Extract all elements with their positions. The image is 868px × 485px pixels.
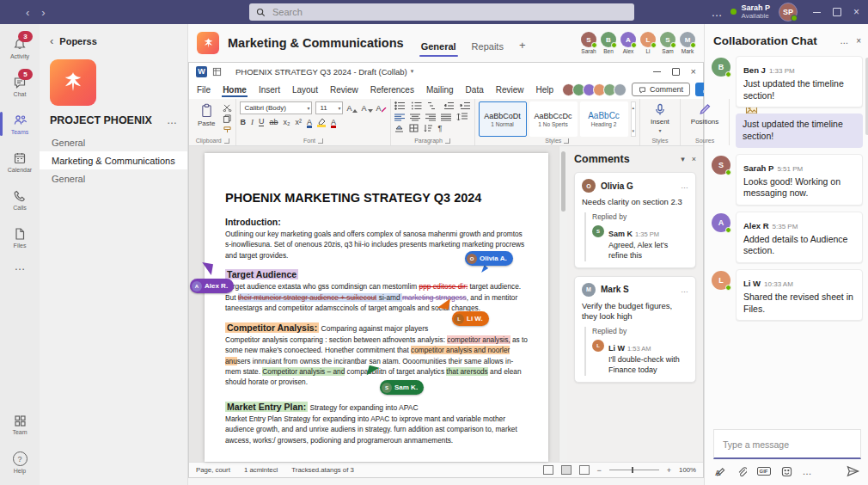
member-sam[interactable]: SSam [660, 32, 675, 54]
menu-review-1[interactable]: Review [329, 82, 359, 98]
member-sarah[interactable]: SSarah [581, 32, 596, 54]
zoom-in-button[interactable]: + [667, 466, 671, 475]
align-right-icon[interactable] [425, 114, 436, 121]
format-painter-icon[interactable] [223, 126, 232, 133]
styles-dialog-launcher[interactable] [564, 138, 569, 144]
bold-icon[interactable]: B [240, 118, 246, 126]
clipboard-dialog-launcher[interactable] [224, 138, 229, 144]
rail-item-chat[interactable]: 5 Chat [0, 67, 40, 105]
rail-item-activity[interactable]: 3 Activity [0, 29, 40, 67]
chat-input[interactable] [721, 439, 857, 451]
team-more-icon[interactable]: … [167, 114, 177, 126]
bullet-list-icon[interactable] [394, 101, 406, 110]
highlight-icon[interactable] [317, 118, 326, 126]
styles-up-icon[interactable]: ▴ [633, 105, 635, 110]
menu-insert[interactable]: Insert [258, 82, 281, 98]
member-alex[interactable]: AAlex [620, 32, 636, 54]
titlebar-more-icon[interactable]: … [711, 6, 722, 19]
style-normal[interactable]: AaBbCoDt 1 Normal [479, 101, 527, 137]
line-spacing-icon[interactable] [456, 113, 468, 121]
comment-button[interactable]: Comment [632, 83, 690, 96]
underline-icon[interactable]: U [259, 117, 265, 126]
outdent-icon[interactable] [443, 101, 455, 110]
channel-item-general-2[interactable]: General [40, 169, 187, 187]
font-color-icon[interactable]: A [307, 118, 312, 126]
styles-down-icon[interactable]: ▾ [633, 128, 635, 133]
minimize-button[interactable] [813, 12, 821, 13]
comment-card[interactable]: M Mark S … Verify the budget figures, th… [574, 276, 696, 383]
word-close-button[interactable]: × [691, 66, 696, 77]
rail-item-calendar[interactable]: Calendar [0, 143, 40, 181]
numbered-list-icon[interactable] [411, 101, 422, 110]
format-icon[interactable]: A [715, 466, 726, 477]
maximize-button[interactable] [833, 8, 841, 16]
multilevel-list-icon[interactable] [427, 101, 438, 110]
tab-general[interactable]: General [419, 29, 458, 62]
rail-item-team-apps[interactable]: Team [0, 406, 40, 444]
chat-message[interactable]: A Alex R5:35 PM Added details to Audienc… [712, 212, 863, 263]
menu-file[interactable]: File [196, 82, 211, 98]
comments-close-icon[interactable]: × [692, 155, 696, 163]
align-left-icon[interactable] [394, 114, 405, 121]
member-li[interactable]: LLi [640, 32, 656, 54]
chat-highlight-bubble[interactable]: Just updated the timeline section! [736, 114, 863, 147]
menu-help[interactable]: Help [535, 82, 555, 98]
paragraph-dialog-launcher[interactable] [445, 138, 450, 144]
emoji-icon[interactable] [781, 466, 792, 477]
status-page[interactable]: Page, court [196, 466, 230, 474]
borders-icon[interactable] [409, 124, 419, 132]
comment-card[interactable]: O Olivia G … Needs clarity on section 2.… [574, 172, 696, 268]
clear-format-icon[interactable]: A [376, 104, 387, 113]
channel-item-marketing[interactable]: Marketing & Communications [40, 151, 187, 169]
indent-icon[interactable] [460, 101, 471, 110]
word-maximize-button[interactable] [672, 68, 680, 76]
sort-icon[interactable] [424, 124, 433, 132]
comments-collapse-icon[interactable]: ▾ [681, 155, 685, 163]
justify-icon[interactable] [441, 114, 451, 121]
status-words[interactable]: 1 acmintecl [244, 466, 278, 474]
align-center-icon[interactable] [410, 114, 420, 121]
zoom-out-button[interactable]: − [597, 466, 602, 475]
subscript-icon[interactable]: x₂ [283, 118, 290, 126]
chat-message[interactable]: L Li W10:33 AM Shared the revised sheet … [712, 269, 863, 321]
rail-item-help[interactable]: ? Help [0, 444, 40, 482]
font-dialog-launcher[interactable] [318, 138, 323, 144]
word-minimize-button[interactable] [653, 71, 661, 72]
team-back-row[interactable]: ‹ Poperss [40, 24, 187, 54]
member-ben[interactable]: BBen [601, 32, 616, 54]
insent-button[interactable]: Insent ▾ [644, 101, 676, 133]
zoom-level[interactable]: 100% [679, 466, 696, 474]
font-color-red-icon[interactable]: A [331, 118, 336, 126]
document-title[interactable]: PHOENIX STRATEGY Q3 2024 - Draft (Collab… [235, 67, 413, 77]
close-button[interactable]: × [853, 6, 859, 18]
chat-more-icon[interactable]: … [840, 36, 848, 46]
font-size-select[interactable]: 11▾ [315, 101, 343, 114]
document-page[interactable]: PHOENIX MARKETING STRATEGY Q3 2024 Intro… [205, 153, 548, 462]
channel-item-general-1[interactable]: General [40, 133, 187, 151]
status-tracking[interactable]: Tracksed.atangs of 3 [291, 466, 354, 474]
menu-review-2[interactable]: Review [495, 82, 525, 98]
style-heading2[interactable]: AaBbCc Heading 2 [580, 101, 628, 137]
forward-icon[interactable]: › [41, 6, 45, 19]
web-layout-icon[interactable] [579, 465, 590, 475]
tab-repaits[interactable]: Repaits [470, 29, 505, 62]
italic-icon[interactable]: I [251, 118, 254, 126]
autosave-grid-icon[interactable] [212, 67, 222, 77]
rail-item-files[interactable]: Files [0, 218, 40, 256]
back-icon[interactable]: ‹ [26, 6, 29, 19]
chat-input-box[interactable] [713, 429, 861, 459]
menu-layout[interactable]: Layout [291, 82, 319, 98]
zoom-slider[interactable] [609, 470, 659, 470]
shrink-font-icon[interactable]: A [361, 104, 372, 113]
comment-more-icon[interactable]: … [681, 181, 688, 190]
user-avatar[interactable]: SP [779, 3, 798, 21]
shading-icon[interactable] [394, 125, 404, 132]
menu-data[interactable]: Data [465, 82, 485, 98]
menu-home[interactable]: Home [222, 82, 248, 98]
chat-tools-more-icon[interactable]: … [803, 466, 812, 476]
font-name-select[interactable]: Calibri (Body)▾ [240, 101, 312, 114]
comment-more-icon[interactable]: … [681, 285, 688, 294]
search-input[interactable] [271, 6, 627, 18]
rail-item-teams[interactable]: Teams [0, 105, 40, 143]
chat-close-icon[interactable]: × [856, 36, 861, 46]
